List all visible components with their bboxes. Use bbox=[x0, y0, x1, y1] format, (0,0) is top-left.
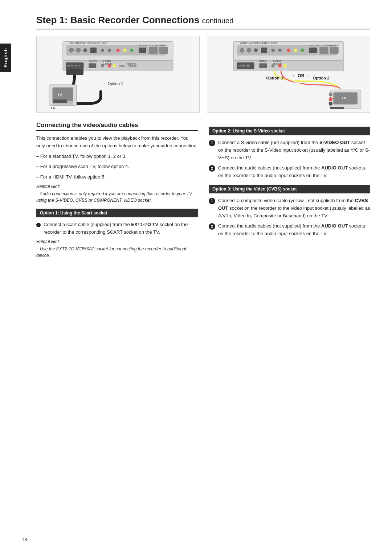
svg-text:AUDIO: AUDIO bbox=[119, 65, 126, 67]
svg-text:Option 2: Option 2 bbox=[313, 76, 330, 80]
option1-bullet-1: Connect a scart cable (supplied) from th… bbox=[36, 221, 198, 236]
page-title: Step 1: Basic Recorder Connections conti… bbox=[36, 15, 370, 29]
svg-rect-6 bbox=[90, 48, 97, 53]
svg-text:ANTENNA IN/RECONNECT EXT2: ANTENNA IN/RECONNECT EXT2 bbox=[240, 42, 277, 44]
option1-hint-label: Helpful Hint: bbox=[36, 239, 198, 244]
svg-rect-26 bbox=[53, 87, 73, 101]
svg-text:SCART IN: SCART IN bbox=[259, 67, 270, 70]
svg-point-10 bbox=[123, 49, 127, 52]
title-main: Step 1: Basic Recorder Connections bbox=[36, 15, 199, 25]
svg-rect-29 bbox=[53, 99, 67, 103]
diagram-left-svg: ANTENNA IN/RECONNECT EXT2 TO TV EXT2 bbox=[40, 40, 196, 109]
diagram-left: ANTENNA IN/RECONNECT EXT2 TO TV EXT2 bbox=[36, 36, 200, 113]
content-row: Connecting the video/audio cables This c… bbox=[36, 122, 370, 263]
svg-point-3 bbox=[69, 48, 73, 52]
svg-point-49 bbox=[294, 49, 297, 52]
svg-point-7 bbox=[101, 49, 105, 52]
svg-point-79 bbox=[246, 64, 250, 68]
svg-text:Option 3: Option 3 bbox=[266, 76, 283, 80]
svg-point-73 bbox=[329, 102, 332, 106]
svg-text:VIDEO IN: VIDEO IN bbox=[330, 44, 339, 46]
body-para-4: – For a HDMI TV, follow option 5. bbox=[36, 173, 198, 181]
helpful-hint-text: – Audio connection is only required if y… bbox=[36, 191, 198, 204]
right-column: Option 2: Using the S-Video socket 1 Con… bbox=[209, 122, 370, 263]
svg-text:TV: TV bbox=[58, 93, 62, 97]
svg-text:VIDEO IN: VIDEO IN bbox=[159, 44, 168, 46]
option2-text-2: Connect the audio cables (not supplied) … bbox=[218, 164, 370, 180]
svg-point-72 bbox=[329, 98, 332, 101]
svg-point-48 bbox=[287, 49, 290, 52]
option1-text-1: Connect a scart cable (supplied) from th… bbox=[44, 221, 198, 236]
body-para-3: – For a progressive scan TV, follow opti… bbox=[36, 163, 198, 171]
svg-point-46 bbox=[271, 49, 275, 52]
body-para-2: – For a standard TV, follow option 1, 2 … bbox=[36, 153, 198, 160]
page: English Step 1: Basic Recorder Connectio… bbox=[0, 0, 392, 553]
svg-text:VIDEO IN: VIDEO IN bbox=[127, 63, 136, 65]
svg-point-60 bbox=[283, 64, 287, 68]
svg-point-21 bbox=[113, 64, 117, 68]
option3-bullet-2: 2 Connect the audio cables (not supplied… bbox=[209, 222, 370, 238]
svg-rect-12 bbox=[139, 48, 146, 53]
bullet-num-4: 2 bbox=[209, 223, 215, 230]
language-tab: English bbox=[0, 44, 11, 72]
svg-rect-53 bbox=[330, 47, 339, 54]
svg-point-47 bbox=[278, 49, 282, 52]
option3-text-1: Connect a composite video cable (yellow … bbox=[218, 197, 370, 220]
svg-text:AUDIO IN: AUDIO IN bbox=[273, 63, 282, 65]
svg-point-5 bbox=[83, 49, 87, 52]
svg-rect-14 bbox=[159, 47, 168, 54]
svg-text:VIDEO IN: VIDEO IN bbox=[128, 65, 138, 67]
option2-bullet-2: 2 Connect the audio cables (not supplied… bbox=[209, 164, 370, 180]
body-para-1: This connection enables you to view the … bbox=[36, 135, 198, 150]
svg-point-50 bbox=[301, 49, 304, 52]
svg-point-43 bbox=[247, 48, 251, 52]
title-continued: continued bbox=[202, 17, 234, 25]
svg-rect-13 bbox=[149, 47, 158, 54]
diagram-right-svg: ANTENNA IN/RECONNECT EXT2 TO TV EXT2 bbox=[211, 40, 366, 109]
svg-point-11 bbox=[130, 49, 134, 52]
option2-bullet-1: 1 Connect a S-video cable (not supplied)… bbox=[209, 139, 370, 161]
svg-text:ANTENNA IN/RECONNECT EXT2: ANTENNA IN/RECONNECT EXT2 bbox=[70, 42, 107, 44]
svg-point-71 bbox=[329, 93, 332, 96]
svg-text:S-VIDEO: S-VIDEO bbox=[273, 60, 282, 62]
svg-rect-24 bbox=[66, 69, 84, 75]
svg-rect-45 bbox=[261, 48, 267, 53]
svg-rect-51 bbox=[309, 48, 317, 53]
left-column: Connecting the video/audio cables This c… bbox=[36, 122, 198, 263]
option2-box: Option 2: Using the S-Video socket bbox=[209, 127, 370, 135]
option2-text-1: Connect a S-video cable (not supplied) f… bbox=[218, 139, 370, 161]
bullet-dot-icon bbox=[36, 223, 41, 227]
section-title-left: Connecting the video/audio cables bbox=[36, 122, 198, 131]
svg-text:←  OR  →: ← OR → bbox=[292, 73, 310, 78]
option1-box: Option 1: Using the Scart socket bbox=[36, 209, 198, 217]
option3-box: Option 3: Using the Video (CVBS) socket bbox=[209, 185, 370, 193]
svg-text:S-VIDEO: S-VIDEO bbox=[102, 60, 111, 62]
svg-text:TV: TV bbox=[342, 96, 346, 100]
svg-text:TO TV    EXT2: TO TV EXT2 bbox=[67, 64, 80, 67]
option1-hint-text: – Use the EXT2-TO VCR/SAT socket for con… bbox=[36, 246, 198, 259]
helpful-hint-label: Helpful Hint: bbox=[36, 184, 198, 189]
svg-text:SCART IN: SCART IN bbox=[89, 67, 99, 70]
svg-rect-74 bbox=[330, 107, 344, 109]
svg-text:HDMI IN: HDMI IN bbox=[89, 60, 97, 62]
svg-point-9 bbox=[116, 49, 120, 52]
svg-text:HDMI IN: HDMI IN bbox=[259, 60, 267, 62]
svg-point-8 bbox=[108, 49, 111, 52]
svg-point-44 bbox=[254, 49, 258, 52]
page-number: 18 bbox=[22, 537, 27, 542]
svg-text:Option 1: Option 1 bbox=[108, 81, 123, 86]
svg-text:TV: TV bbox=[50, 106, 55, 109]
svg-point-4 bbox=[76, 48, 80, 52]
option3-bullet-1: 1 Connect a composite video cable (yello… bbox=[209, 197, 370, 220]
svg-rect-52 bbox=[320, 47, 328, 54]
bullet-num-2: 2 bbox=[209, 165, 215, 172]
svg-point-42 bbox=[240, 48, 244, 52]
svg-point-78 bbox=[241, 64, 245, 68]
option3-text-2: Connect the audio cables (not supplied) … bbox=[218, 222, 370, 238]
bullet-num-3: 1 bbox=[209, 198, 215, 204]
diagrams-row: ANTENNA IN/RECONNECT EXT2 TO TV EXT2 bbox=[36, 36, 370, 113]
svg-text:AUDIO IN: AUDIO IN bbox=[102, 63, 111, 65]
diagram-right: ANTENNA IN/RECONNECT EXT2 TO TV EXT2 bbox=[207, 36, 370, 113]
bullet-num-1: 1 bbox=[209, 140, 215, 146]
